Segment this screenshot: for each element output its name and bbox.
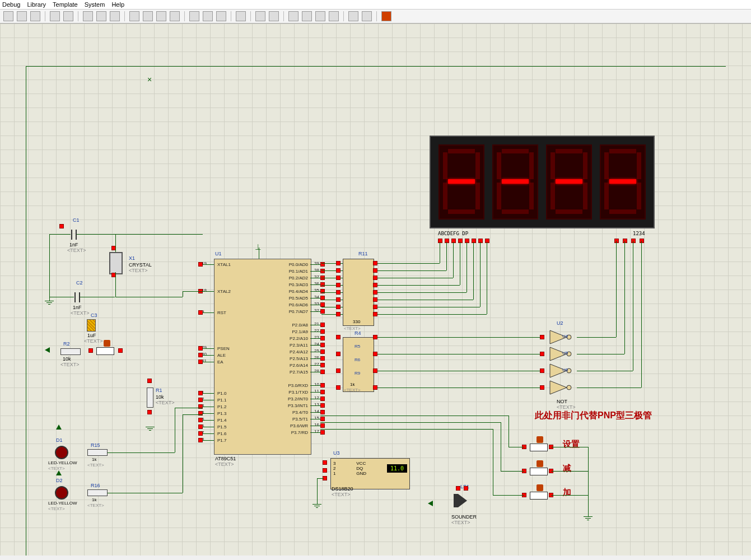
ref-R4[interactable]: R4: [354, 330, 361, 336]
zoom-in-icon[interactable]: [30, 11, 40, 21]
val-R16: 1k: [92, 497, 96, 502]
sub-C2: <TEXT>: [71, 310, 90, 316]
sub-U2: <TEXT>: [557, 404, 576, 410]
schematic-canvas[interactable]: × C1 1nF <TEXT> C2 1nF <TEXT> X1 CRYSTAL…: [0, 24, 751, 556]
search-icon[interactable]: [189, 11, 199, 21]
rotate-icon[interactable]: [216, 11, 226, 21]
distribute-icon[interactable]: [143, 11, 153, 21]
cap-C1[interactable]: [71, 230, 72, 240]
led-D2[interactable]: [55, 486, 68, 500]
ref-R11[interactable]: R11: [358, 251, 368, 256]
menu-debug[interactable]: Debug: [2, 1, 20, 8]
resistor-R2[interactable]: [60, 348, 81, 355]
ground-symbol: [45, 301, 54, 305]
sub-D2: <TEXT>: [48, 506, 65, 511]
val-R15: 1k: [92, 457, 96, 462]
seven-segment-display[interactable]: [430, 136, 655, 228]
button-set[interactable]: [530, 444, 548, 451]
not-gate-U5[interactable]: [544, 346, 578, 362]
sub-C3: <TEXT>: [84, 338, 103, 344]
ref-U2[interactable]: U2: [557, 320, 563, 326]
layers-icon[interactable]: [302, 11, 312, 21]
rpack-R11[interactable]: [343, 259, 374, 326]
group-icon[interactable]: [156, 11, 166, 21]
page-icon[interactable]: [288, 11, 298, 21]
sounder-LS1[interactable]: [458, 494, 467, 507]
button-dec[interactable]: [530, 468, 548, 475]
svg-marker-6: [550, 381, 567, 394]
cap-C3[interactable]: [87, 319, 96, 332]
val-D2: LED-YELLOW: [48, 501, 77, 506]
val-LS1: SOUNDER: [451, 514, 477, 520]
button-actuator[interactable]: [537, 436, 543, 443]
sub-LS1: <TEXT>: [451, 520, 470, 525]
zoom-fit-icon[interactable]: [17, 11, 27, 21]
button-actuator[interactable]: [537, 484, 543, 491]
export-icon[interactable]: [348, 11, 358, 21]
ref-D1[interactable]: D1: [56, 437, 63, 443]
label-inc: 加: [563, 487, 571, 498]
val-R1: 10k: [156, 394, 164, 400]
find-icon[interactable]: [255, 11, 265, 21]
marker-x: ×: [147, 75, 152, 84]
undo-icon[interactable]: [50, 11, 60, 21]
ref-D2[interactable]: D2: [56, 478, 63, 483]
menu-help[interactable]: Help: [111, 1, 124, 8]
toolbar: [0, 10, 751, 24]
ref-R16[interactable]: R16: [91, 483, 100, 488]
wrench-icon[interactable]: [269, 11, 279, 21]
button-actuator[interactable]: [537, 460, 543, 467]
bom-icon[interactable]: [329, 11, 339, 21]
power-terminal: [428, 501, 433, 506]
reset-button[interactable]: [96, 347, 114, 355]
menu-system[interactable]: System: [85, 1, 105, 8]
ref-C2[interactable]: C2: [76, 280, 83, 286]
zoom-out-icon[interactable]: [3, 11, 13, 21]
ref-C1[interactable]: C1: [73, 217, 80, 223]
sub-R15: <TEXT>: [87, 463, 104, 468]
not-gate-U6[interactable]: [544, 363, 578, 379]
refresh-icon[interactable]: [362, 11, 372, 21]
val-R11: 330: [353, 319, 360, 324]
led-D1[interactable]: [55, 446, 68, 459]
ref-U1: U1: [215, 251, 222, 256]
label-dec: 减: [563, 463, 571, 474]
val-R9: 1k: [350, 382, 354, 387]
seg-label-left: ABCDEFG DP: [438, 231, 468, 236]
button-inc[interactable]: [530, 492, 548, 500]
ref-U3[interactable]: U3: [333, 450, 340, 456]
resistor-R15[interactable]: [87, 449, 108, 456]
component-icon[interactable]: [236, 11, 246, 21]
paste-icon[interactable]: [110, 11, 120, 21]
cap-C2[interactable]: [74, 292, 76, 302]
resistor-R16[interactable]: [87, 489, 108, 496]
crystal-X1[interactable]: [109, 252, 123, 274]
gate-lbl-U6: U6: [562, 367, 568, 372]
chip-U3[interactable]: 3 2 1 VCC DQ GND 11.0: [330, 458, 410, 489]
netlist-icon[interactable]: [315, 11, 325, 21]
resistor-R1[interactable]: [147, 388, 153, 408]
not-gate-U4[interactable]: [544, 329, 578, 345]
power-terminal: [56, 424, 62, 430]
label-set: 设置: [563, 439, 580, 450]
power-terminal: [56, 470, 62, 475]
ref-R2[interactable]: R2: [63, 341, 70, 347]
align-icon[interactable]: [129, 11, 139, 21]
ref-C3[interactable]: C3: [91, 312, 97, 318]
copy-icon[interactable]: [96, 11, 106, 21]
ares-icon[interactable]: [381, 11, 391, 21]
redo-icon[interactable]: [63, 11, 73, 21]
not-gate[interactable]: [544, 380, 578, 395]
pointer-icon[interactable]: [203, 11, 213, 21]
ref-R1[interactable]: R1: [156, 388, 162, 393]
sub-R2: <TEXT>: [60, 362, 80, 367]
menu-library[interactable]: Library: [27, 1, 46, 8]
ref-R15[interactable]: R15: [91, 442, 100, 448]
ground-symbol: [584, 516, 593, 520]
val-C2: 1nF: [73, 305, 82, 310]
menu-template[interactable]: Template: [53, 1, 78, 8]
ungroup-icon[interactable]: [170, 11, 180, 21]
ref-R9: R9: [354, 371, 360, 376]
cut-icon[interactable]: [83, 11, 93, 21]
button-actuator[interactable]: [104, 340, 110, 347]
